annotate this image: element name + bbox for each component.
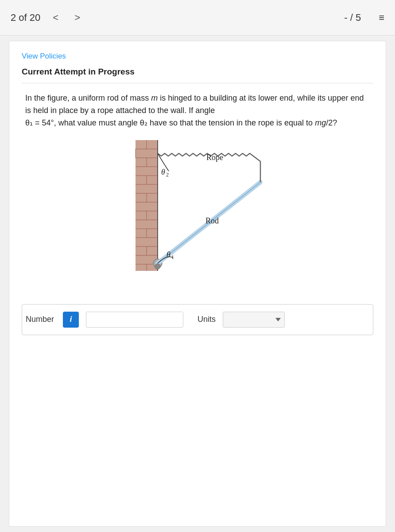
- page-container: 2 of 20 < > - / 5 ≡ View Policies Curren…: [0, 0, 395, 532]
- problem-m: m: [151, 94, 158, 102]
- problem-mg: mg: [315, 118, 326, 127]
- problem-text-5: /2?: [326, 118, 337, 127]
- units-label: Units: [198, 315, 216, 324]
- units-select[interactable]: degrees radians: [223, 312, 285, 328]
- problem-text-1: In the figure, a uniform rod of mass: [25, 94, 151, 102]
- svg-text:θ: θ: [167, 250, 170, 259]
- svg-text:Rod: Rod: [205, 216, 219, 225]
- units-select-wrapper: degrees radians: [223, 312, 285, 328]
- page-counter: 2 of 20: [11, 12, 40, 23]
- figure-svg: θ 2 Rope θ 1 Rod: [109, 140, 286, 291]
- attempt-heading: Current Attempt in Progress: [22, 67, 373, 83]
- score-display: - / 5: [344, 12, 361, 23]
- content-card: View Policies Current Attempt in Progres…: [9, 41, 386, 527]
- view-policies-link[interactable]: View Policies: [22, 52, 373, 61]
- problem-text-3: , what value must angle: [54, 118, 140, 127]
- prev-arrow[interactable]: <: [49, 10, 62, 25]
- svg-text:2: 2: [166, 172, 169, 178]
- problem-theta2: θ₂: [140, 118, 147, 127]
- svg-text:1: 1: [171, 254, 174, 260]
- top-bar: 2 of 20 < > - / 5 ≡: [0, 0, 395, 35]
- next-arrow[interactable]: >: [71, 10, 84, 25]
- info-button[interactable]: i: [63, 312, 79, 328]
- svg-point-36: [155, 264, 160, 269]
- svg-text:Rope: Rope: [206, 153, 223, 162]
- number-label: Number: [26, 315, 54, 324]
- number-input[interactable]: [86, 312, 183, 328]
- problem-theta1: θ₁ = 54°: [25, 118, 54, 127]
- menu-icon[interactable]: ≡: [379, 12, 384, 23]
- answer-row: Number i Units degrees radians: [22, 304, 373, 335]
- svg-text:θ: θ: [161, 168, 165, 176]
- problem-text-4: have so that the tension in the rope is …: [147, 118, 315, 127]
- problem-text: In the figure, a uniform rod of mass m i…: [22, 92, 373, 129]
- figure-container: θ 2 Rope θ 1 Rod: [22, 140, 373, 291]
